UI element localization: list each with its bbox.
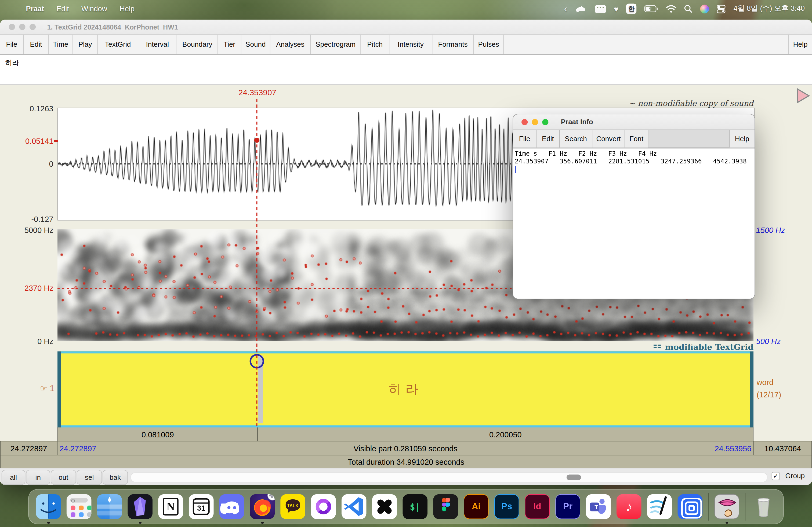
- minimize-button[interactable]: [19, 24, 25, 30]
- menu-analyses[interactable]: Analyses: [271, 35, 311, 54]
- heart-icon[interactable]: ♥: [614, 4, 619, 13]
- dock-icon-obsidian[interactable]: [128, 494, 153, 519]
- control-center-icon[interactable]: [717, 4, 726, 13]
- close-button[interactable]: [9, 24, 15, 30]
- menu-sound[interactable]: Sound: [242, 35, 271, 54]
- info-menu-search[interactable]: Search: [560, 130, 593, 148]
- dock-icon-illustrator[interactable]: Ai: [464, 494, 489, 519]
- dock-icon-infuse[interactable]: [678, 494, 703, 519]
- menu-help-window[interactable]: Help: [788, 35, 812, 54]
- menu-tier[interactable]: Tier: [218, 35, 242, 54]
- menu-boundary[interactable]: Boundary: [177, 35, 218, 54]
- info-content[interactable]: Time_s F1_Hz F2_Hz F3_Hz F4_Hz 24.353907…: [513, 148, 755, 299]
- dock-icon-ring[interactable]: [311, 494, 336, 519]
- dock-icon-trash[interactable]: [751, 494, 776, 519]
- zoom-out-button[interactable]: out: [51, 470, 76, 485]
- dock-icon-calendar[interactable]: 31: [189, 494, 214, 519]
- tier-interval-text: 히라: [61, 380, 750, 397]
- play-triangle-icon[interactable]: [796, 88, 810, 104]
- selection-left-duration[interactable]: 0.081009: [57, 427, 258, 441]
- dock-icon-finder[interactable]: [36, 494, 61, 519]
- running-indicator: [726, 521, 728, 524]
- menu-intensity[interactable]: Intensity: [389, 35, 432, 54]
- dock-icon-launchpad[interactable]: [67, 494, 91, 519]
- menu-app-name[interactable]: Praat: [26, 4, 44, 13]
- zoom-in-button[interactable]: in: [26, 470, 50, 485]
- editor-menu-row: File Edit Time Play TextGrid Interval Bo…: [0, 35, 812, 55]
- time-scrollbar[interactable]: [130, 472, 767, 482]
- menu-interval[interactable]: Interval: [138, 35, 177, 54]
- dock-icon-praat[interactable]: [714, 494, 739, 519]
- info-menu-edit[interactable]: Edit: [536, 130, 560, 148]
- group-label: Group: [785, 472, 805, 480]
- wifi-icon[interactable]: [666, 5, 677, 13]
- menu-pulses[interactable]: Pulses: [474, 35, 504, 54]
- dock-icon-premiere[interactable]: Pr: [555, 494, 580, 519]
- dock-icon-discord[interactable]: [219, 494, 244, 519]
- tier-name-label: word: [757, 378, 773, 387]
- macos-menu-bar: Praat Edit Window Help ‹ ♥ 한: [0, 0, 812, 18]
- info-title-bar[interactable]: Praat Info: [513, 114, 755, 130]
- textgrid-tier[interactable]: 히라: [57, 351, 753, 427]
- menu-spectrogram[interactable]: Spectrogram: [311, 35, 361, 54]
- dock-icon-petals[interactable]: [372, 494, 397, 519]
- interval-text-field[interactable]: 히라: [0, 55, 812, 85]
- menu-edit[interactable]: Edit: [56, 4, 69, 13]
- search-icon[interactable]: [684, 4, 693, 13]
- menu-help[interactable]: Help: [119, 4, 134, 13]
- keyboard-status-icon[interactable]: [595, 5, 606, 13]
- visible-part-bar[interactable]: 24.272897 Visible part 0.281059 seconds …: [57, 441, 754, 455]
- info-minimize-button[interactable]: [532, 119, 538, 125]
- window-end-cell[interactable]: 10.437064: [753, 441, 812, 455]
- zoom-sel-button[interactable]: sel: [76, 470, 102, 485]
- cat-status-icon[interactable]: [575, 4, 587, 13]
- group-checkbox[interactable]: ✓: [772, 472, 780, 480]
- zoom-button[interactable]: [30, 24, 36, 30]
- dock-icon-firefox[interactable]: [250, 494, 275, 519]
- selection-right-duration[interactable]: 0.200050: [257, 427, 753, 441]
- menu-window[interactable]: Window: [81, 4, 107, 13]
- window-title-bar[interactable]: 1. TextGrid 2024148064_KorPhonet_HW1: [0, 19, 812, 35]
- scrollbar-thumb[interactable]: [567, 475, 581, 480]
- dock-icon-photoshop[interactable]: Ps: [494, 494, 519, 519]
- dock-icon-kakaotalk[interactable]: TALK: [280, 494, 305, 519]
- dock-icon-paste[interactable]: [97, 494, 122, 519]
- info-menu-font[interactable]: Font: [625, 130, 649, 148]
- tier-interval[interactable]: 히라: [61, 351, 750, 427]
- cursor-crosshair-dot: [254, 138, 259, 143]
- battery-icon[interactable]: [644, 5, 658, 12]
- zoom-bak-button[interactable]: bak: [103, 470, 128, 485]
- dock-icon-music[interactable]: ♪: [617, 494, 641, 519]
- menu-time[interactable]: Time: [48, 35, 73, 54]
- siri-icon[interactable]: [700, 4, 709, 13]
- dock-icon-vscode[interactable]: [342, 494, 366, 519]
- menu-bar-clock[interactable]: 4월 8일 (수) 오후 3:40: [733, 4, 805, 13]
- dock-icon-goodnotes[interactable]: [647, 494, 672, 519]
- chevron-left-icon[interactable]: ‹: [564, 4, 567, 13]
- dock-icon-terminal[interactable]: $|: [403, 494, 427, 519]
- dock-icon-teams[interactable]: T: [586, 494, 611, 519]
- menu-play[interactable]: Play: [73, 35, 98, 54]
- info-menu-convert[interactable]: Convert: [592, 130, 625, 148]
- menu-file[interactable]: File: [0, 35, 24, 54]
- waveform-zero-label: 0: [2, 160, 54, 168]
- menu-textgrid[interactable]: TextGrid: [98, 35, 138, 54]
- waveform-ymax-label: 0.1263: [2, 104, 54, 113]
- window-start-cell[interactable]: 24.272897: [0, 441, 57, 455]
- info-close-button[interactable]: [521, 119, 528, 125]
- menu-edit[interactable]: Edit: [24, 35, 49, 54]
- info-menu-file[interactable]: File: [513, 130, 536, 148]
- cursor-line[interactable]: [257, 99, 258, 426]
- dock-icon-indesign[interactable]: Id: [525, 494, 550, 519]
- tier-number-label[interactable]: ☞ 1: [18, 383, 54, 393]
- info-menu-help[interactable]: Help: [729, 130, 755, 148]
- dock-icon-figma[interactable]: [433, 494, 458, 519]
- praat-info-window[interactable]: Praat Info File Edit Search Convert Font…: [512, 114, 755, 299]
- info-zoom-button[interactable]: [542, 119, 548, 125]
- zoom-all-button[interactable]: all: [2, 470, 26, 485]
- input-source-icon[interactable]: 한: [626, 3, 637, 14]
- total-duration-bar[interactable]: Total duration 34.991020 seconds: [0, 455, 812, 468]
- menu-pitch[interactable]: Pitch: [361, 35, 389, 54]
- menu-formants[interactable]: Formants: [432, 35, 474, 54]
- dock-icon-notion[interactable]: N: [158, 494, 183, 519]
